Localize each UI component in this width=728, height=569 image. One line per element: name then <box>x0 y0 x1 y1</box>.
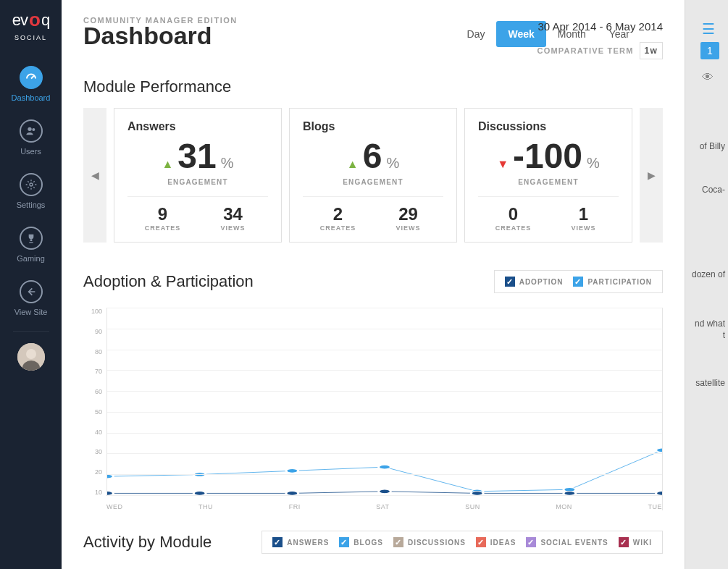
adoption-legend: ✓ ADOPTION ✓ PARTICIPATION <box>494 270 663 293</box>
legend-item[interactable]: ✓ PARTICIPATION <box>573 277 652 287</box>
svg-point-8 <box>286 468 298 473</box>
card-value: 6 <box>363 139 382 174</box>
card-title: Answers <box>127 120 268 133</box>
legend-item[interactable]: ✓ DISCUSSIONS <box>393 537 466 547</box>
legend-item[interactable]: ✓ BLOGS <box>339 537 383 547</box>
card-title: Blogs <box>303 120 443 133</box>
svg-point-0 <box>28 127 31 131</box>
svg-point-9 <box>379 465 391 469</box>
gauge-icon <box>20 66 43 89</box>
checkbox-icon: ✓ <box>526 537 536 547</box>
legend-label: WIKI <box>633 539 652 547</box>
legend-item[interactable]: ✓ ADOPTION <box>505 277 564 287</box>
sidebar-item-gaming[interactable]: Gaming <box>0 216 62 270</box>
checkbox-icon: ✓ <box>393 537 403 547</box>
brand-logo: evoq <box>12 9 49 31</box>
module-card[interactable]: Discussions ▼-100% ENGAGEMENT 0CREATES 1… <box>464 108 632 243</box>
nav-label: Dashboard <box>12 93 51 102</box>
legend-label: ANSWERS <box>287 539 329 547</box>
module-card[interactable]: Answers ▲31% ENGAGEMENT 9CREATES 34VIEWS <box>114 108 282 243</box>
nav-label: Settings <box>17 201 46 209</box>
svg-point-4 <box>26 349 36 359</box>
card-views: 1 <box>548 204 619 224</box>
section-activity: Activity by Module <box>83 533 212 552</box>
legend-label: PARTICIPATION <box>587 278 652 286</box>
legend-item[interactable]: ✓ WIKI <box>619 537 652 547</box>
checkbox-icon: ✓ <box>476 537 486 547</box>
eye-icon[interactable]: 👁 <box>702 71 714 84</box>
nav-label: Users <box>20 147 41 156</box>
sidebar-item-users[interactable]: Users <box>0 109 62 163</box>
sidebar-item-settings[interactable]: Settings <box>0 163 62 216</box>
list-icon[interactable]: ☰ <box>702 20 715 38</box>
adoption-chart: 100908070605040302010 WEDTHUFRISATSUNMON… <box>83 308 663 510</box>
period-tab-day[interactable]: Day <box>456 21 497 47</box>
legend-item[interactable]: ✓ SOCIAL EVENTS <box>526 537 608 547</box>
right-panel-peek: ☰ 1 👁 of Billy Coca- dozen of nd what t … <box>685 0 728 569</box>
trend-up-icon: ▲ <box>347 158 359 171</box>
checkbox-icon: ✓ <box>339 537 349 547</box>
sidebar: evoq SOCIAL Dashboard Users Settings Gam… <box>0 0 62 569</box>
carousel-prev[interactable]: ◀ <box>83 108 106 243</box>
text-fragment: Coca- <box>702 185 725 195</box>
carousel-next[interactable]: ▶ <box>640 108 663 243</box>
card-title: Discussions <box>478 120 619 133</box>
legend-item[interactable]: ✓ ANSWERS <box>272 537 329 547</box>
card-unit: % <box>587 155 600 172</box>
checkbox-icon: ✓ <box>505 277 515 287</box>
text-fragment: of Billy <box>700 141 725 151</box>
card-views: 29 <box>373 204 443 224</box>
notification-badge[interactable]: 1 <box>700 42 719 59</box>
comparative-value[interactable]: 1w <box>640 42 663 59</box>
checkbox-icon: ✓ <box>272 537 283 547</box>
user-avatar[interactable] <box>17 343 45 371</box>
card-creates: 9 <box>127 204 198 224</box>
card-sublabel: ENGAGEMENT <box>303 178 443 186</box>
gear-icon <box>20 173 43 196</box>
card-sublabel: ENGAGEMENT <box>127 178 268 186</box>
trend-up-icon: ▲ <box>162 158 173 171</box>
sidebar-item-view-site[interactable]: View Site <box>0 270 62 324</box>
legend-label: SOCIAL EVENTS <box>540 539 608 547</box>
card-value: -100 <box>513 139 582 174</box>
trend-down-icon: ▼ <box>497 158 509 171</box>
text-fragment: satellite <box>695 378 725 388</box>
main-content: COMMUNITY MANAGER EDITION 30 Apr 2014 - … <box>62 0 685 569</box>
text-fragment: t <box>723 330 725 340</box>
card-unit: % <box>221 155 234 172</box>
sidebar-item-dashboard[interactable]: Dashboard <box>0 56 62 109</box>
legend-item[interactable]: ✓ IDEAS <box>476 537 516 547</box>
checkbox-icon: ✓ <box>619 537 629 547</box>
card-creates: 0 <box>478 204 548 224</box>
text-fragment: nd what <box>695 319 725 329</box>
module-carousel: ◀ Answers ▲31% ENGAGEMENT 9CREATES 34VIE… <box>83 108 663 243</box>
section-module-performance: Module Performance <box>83 77 663 96</box>
comparative-label: COMPARATIVE TERM <box>537 46 634 55</box>
svg-point-1 <box>32 128 35 131</box>
card-sublabel: ENGAGEMENT <box>478 178 619 186</box>
svg-point-16 <box>379 489 391 494</box>
exit-icon <box>20 280 43 303</box>
nav-label: View Site <box>14 308 48 316</box>
users-icon <box>20 119 43 143</box>
card-creates: 2 <box>303 204 373 224</box>
date-range: 30 Apr 2014 - 6 May 2014 <box>537 20 663 33</box>
nav-label: Gaming <box>17 254 45 263</box>
section-adoption: Adoption & Participation <box>83 272 254 291</box>
svg-point-12 <box>656 448 662 452</box>
legend-label: DISCUSSIONS <box>408 539 466 547</box>
card-value: 31 <box>177 139 216 174</box>
comparative-term: COMPARATIVE TERM 1w <box>537 42 664 59</box>
legend-label: BLOGS <box>353 539 383 547</box>
svg-point-2 <box>30 183 33 186</box>
card-unit: % <box>386 155 399 172</box>
checkbox-icon: ✓ <box>573 277 583 287</box>
legend-label: IDEAS <box>490 539 516 547</box>
module-card[interactable]: Blogs ▲6% ENGAGEMENT 2CREATES 29VIEWS <box>289 108 457 243</box>
brand-subtitle: SOCIAL <box>14 34 47 41</box>
legend-label: ADOPTION <box>519 278 564 286</box>
text-fragment: dozen of <box>692 269 725 279</box>
activity-legend: ✓ ANSWERS ✓ BLOGS ✓ DISCUSSIONS ✓ IDEAS … <box>262 531 663 554</box>
page-title: Dashboard <box>83 22 212 50</box>
card-views: 34 <box>198 204 268 224</box>
